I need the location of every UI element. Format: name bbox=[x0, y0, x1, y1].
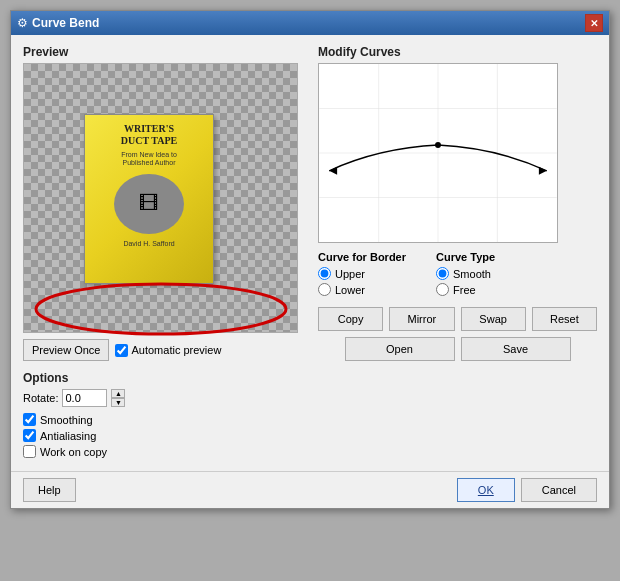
antialiasing-row: Antialiasing bbox=[23, 429, 308, 442]
titlebar-title: Curve Bend bbox=[32, 16, 99, 30]
swap-button[interactable]: Swap bbox=[461, 307, 526, 331]
ok-button[interactable]: OK bbox=[457, 478, 515, 502]
curve-for-border-col: Curve for Border Upper Lower bbox=[318, 251, 406, 299]
modify-curves-label: Modify Curves bbox=[318, 45, 597, 59]
lower-radio-row: Lower bbox=[318, 283, 406, 296]
book-author: David H. Safford bbox=[85, 238, 213, 249]
curve-control-point bbox=[435, 142, 441, 148]
mirror-button[interactable]: Mirror bbox=[389, 307, 454, 331]
copy-button[interactable]: Copy bbox=[318, 307, 383, 331]
preview-controls: Preview Once Automatic preview bbox=[23, 339, 308, 361]
upper-label: Upper bbox=[335, 268, 365, 280]
help-button[interactable]: Help bbox=[23, 478, 76, 502]
auto-preview-label[interactable]: Automatic preview bbox=[115, 344, 221, 357]
smoothing-label: Smoothing bbox=[40, 414, 93, 426]
options-title: Options bbox=[23, 371, 308, 385]
free-radio-row: Free bbox=[436, 283, 495, 296]
lower-radio[interactable] bbox=[318, 283, 331, 296]
dialog-footer: Help OK Cancel bbox=[11, 471, 609, 508]
spin-down-button[interactable]: ▼ bbox=[111, 398, 125, 407]
curve-options-row: Curve for Border Upper Lower Curve Type … bbox=[318, 251, 597, 299]
upper-radio-row: Upper bbox=[318, 267, 406, 280]
open-save-row: Open Save bbox=[318, 337, 597, 361]
antialiasing-label: Antialiasing bbox=[40, 430, 96, 442]
smooth-label: Smooth bbox=[453, 268, 491, 280]
curve-type-col: Curve Type Smooth Free bbox=[436, 251, 495, 299]
curve-svg bbox=[319, 64, 557, 242]
spin-up-button[interactable]: ▲ bbox=[111, 389, 125, 398]
rotate-spinner: ▲ ▼ bbox=[111, 389, 125, 407]
smooth-radio-row: Smooth bbox=[436, 267, 495, 280]
options-section: Options Rotate: ▲ ▼ Smoothing Antialiasi… bbox=[23, 371, 308, 458]
save-button[interactable]: Save bbox=[461, 337, 571, 361]
smooth-radio[interactable] bbox=[436, 267, 449, 280]
rotate-input[interactable] bbox=[62, 389, 107, 407]
left-arrow bbox=[329, 167, 337, 175]
close-button[interactable]: ✕ bbox=[585, 14, 603, 32]
curve-bend-dialog: ⚙ Curve Bend ✕ Preview WRITER'SDUCT TAPE… bbox=[10, 10, 610, 509]
book-image-circle: 🎞 bbox=[114, 174, 184, 234]
titlebar-icon: ⚙ bbox=[17, 16, 28, 30]
upper-radio[interactable] bbox=[318, 267, 331, 280]
preview-section-label: Preview bbox=[23, 45, 308, 59]
open-button[interactable]: Open bbox=[345, 337, 455, 361]
dialog-body: Preview WRITER'SDUCT TAPE From New Idea … bbox=[11, 35, 609, 471]
rotate-row: Rotate: ▲ ▼ bbox=[23, 389, 308, 407]
copy-mirror-swap-reset-row: Copy Mirror Swap Reset bbox=[318, 307, 597, 331]
right-panel: Modify Curves bbox=[318, 45, 597, 461]
free-label: Free bbox=[453, 284, 476, 296]
smoothing-checkbox[interactable] bbox=[23, 413, 36, 426]
preview-box: WRITER'SDUCT TAPE From New Idea toPublis… bbox=[23, 63, 298, 333]
lower-label: Lower bbox=[335, 284, 365, 296]
reset-button[interactable]: Reset bbox=[532, 307, 597, 331]
titlebar: ⚙ Curve Bend ✕ bbox=[11, 11, 609, 35]
work-on-copy-row: Work on copy bbox=[23, 445, 308, 458]
book-cover: WRITER'SDUCT TAPE From New Idea toPublis… bbox=[84, 114, 214, 284]
curve-type-title: Curve Type bbox=[436, 251, 495, 263]
curve-graph bbox=[318, 63, 558, 243]
curve-for-border-title: Curve for Border bbox=[318, 251, 406, 263]
cancel-button[interactable]: Cancel bbox=[521, 478, 597, 502]
ok-cancel-row: OK Cancel bbox=[457, 478, 597, 502]
smoothing-row: Smoothing bbox=[23, 413, 308, 426]
book-title: WRITER'SDUCT TAPE bbox=[85, 115, 213, 149]
auto-preview-checkbox[interactable] bbox=[115, 344, 128, 357]
preview-once-button[interactable]: Preview Once bbox=[23, 339, 109, 361]
book-subtitle: From New Idea toPublished Author bbox=[85, 149, 213, 170]
free-radio[interactable] bbox=[436, 283, 449, 296]
antialiasing-checkbox[interactable] bbox=[23, 429, 36, 442]
right-arrow bbox=[539, 167, 547, 175]
work-on-copy-label: Work on copy bbox=[40, 446, 107, 458]
left-panel: Preview WRITER'SDUCT TAPE From New Idea … bbox=[23, 45, 308, 461]
rotate-label: Rotate: bbox=[23, 392, 58, 404]
work-on-copy-checkbox[interactable] bbox=[23, 445, 36, 458]
